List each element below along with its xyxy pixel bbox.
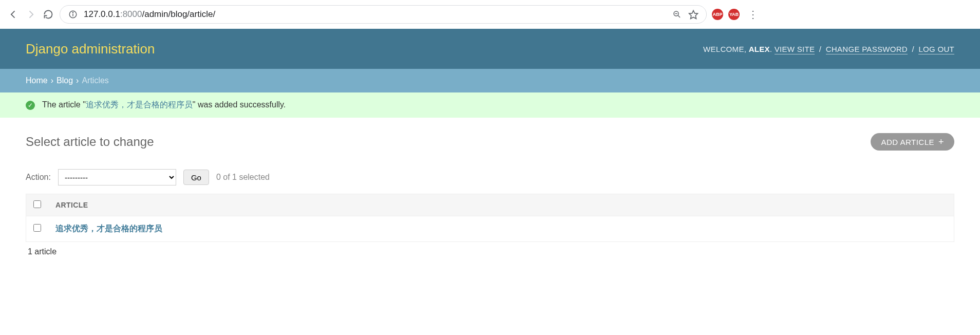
url-host: 127.0.0.1 bbox=[84, 9, 120, 19]
browser-toolbar: 127.0.0.1:8000/admin/blog/article/ ABP Y… bbox=[0, 0, 980, 29]
zoom-icon[interactable] bbox=[671, 9, 683, 20]
view-site-link[interactable]: VIEW SITE bbox=[775, 45, 815, 54]
content-header: Select article to change ADD ARTICLE + bbox=[26, 133, 954, 151]
yab-extension-icon[interactable]: YAB bbox=[728, 9, 740, 20]
username: ALEX bbox=[749, 45, 770, 53]
message-text: The article "追求优秀，才是合格的程序员" was added su… bbox=[42, 100, 286, 110]
back-button[interactable] bbox=[7, 8, 20, 21]
results-table: ARTICLE 追求优秀，才是合格的程序员 bbox=[26, 194, 954, 242]
svg-marker-6 bbox=[689, 11, 698, 19]
item-count: 1 article bbox=[28, 247, 56, 256]
logout-link[interactable]: LOG OUT bbox=[918, 45, 954, 54]
row-title-cell: 追求优秀，才是合格的程序员 bbox=[48, 216, 954, 242]
message-prefix: The article " bbox=[42, 100, 86, 109]
row-checkbox-cell bbox=[26, 216, 49, 242]
abp-extension-icon[interactable]: ABP bbox=[712, 9, 723, 20]
forward-button[interactable] bbox=[25, 8, 37, 21]
breadcrumb: Home › Blog › Articles bbox=[0, 69, 980, 92]
table-header-row: ARTICLE bbox=[26, 194, 954, 216]
article-link[interactable]: 追求优秀，才是合格的程序员 bbox=[55, 224, 162, 233]
action-select[interactable]: --------- bbox=[58, 169, 176, 185]
content: Select article to change ADD ARTICLE + A… bbox=[0, 118, 980, 277]
add-article-button[interactable]: ADD ARTICLE + bbox=[871, 133, 954, 151]
url-text: 127.0.0.1:8000/admin/blog/article/ bbox=[84, 9, 666, 20]
user-tools: WELCOME, ALEX. VIEW SITE / CHANGE PASSWO… bbox=[703, 45, 954, 53]
selection-count: 0 of 1 selected bbox=[216, 173, 270, 182]
go-button[interactable]: Go bbox=[183, 170, 209, 185]
url-port: :8000 bbox=[120, 9, 142, 19]
welcome-text: WELCOME, bbox=[703, 45, 749, 53]
actions-bar: Action: --------- Go 0 of 1 selected bbox=[26, 169, 954, 185]
site-title[interactable]: Django administration bbox=[26, 41, 155, 57]
breadcrumb-separator: › bbox=[51, 76, 53, 85]
success-message: ✓ The article "追求优秀，才是合格的程序员" was added … bbox=[0, 92, 980, 118]
add-article-label: ADD ARTICLE bbox=[881, 138, 934, 146]
reload-button[interactable] bbox=[42, 8, 54, 21]
select-all-header bbox=[26, 194, 49, 216]
plus-icon: + bbox=[938, 137, 944, 146]
breadcrumb-blog[interactable]: Blog bbox=[56, 76, 73, 85]
svg-point-2 bbox=[72, 12, 73, 13]
separator: / bbox=[819, 45, 821, 53]
url-path: /admin/blog/article/ bbox=[142, 9, 215, 19]
action-label: Action: bbox=[26, 173, 51, 182]
breadcrumb-home[interactable]: Home bbox=[26, 76, 48, 85]
message-object-link[interactable]: 追求优秀，才是合格的程序员 bbox=[86, 100, 193, 109]
admin-header: Django administration WELCOME, ALEX. VIE… bbox=[0, 29, 980, 69]
bookmark-star-icon[interactable] bbox=[688, 9, 699, 20]
info-icon[interactable] bbox=[67, 9, 79, 20]
page-title: Select article to change bbox=[26, 135, 154, 149]
svg-line-4 bbox=[678, 15, 680, 17]
paginator: 1 article bbox=[26, 242, 954, 262]
breadcrumb-separator: › bbox=[76, 76, 79, 85]
row-checkbox[interactable] bbox=[33, 224, 41, 232]
separator: / bbox=[912, 45, 914, 53]
column-header-article[interactable]: ARTICLE bbox=[48, 194, 954, 216]
change-password-link[interactable]: CHANGE PASSWORD bbox=[826, 45, 908, 54]
breadcrumb-current: Articles bbox=[82, 76, 108, 85]
table-row: 追求优秀，才是合格的程序员 bbox=[26, 216, 954, 242]
select-all-checkbox[interactable] bbox=[33, 200, 41, 208]
url-bar[interactable]: 127.0.0.1:8000/admin/blog/article/ bbox=[60, 5, 707, 24]
success-check-icon: ✓ bbox=[26, 101, 35, 110]
browser-menu-icon[interactable]: ⋮ bbox=[745, 8, 761, 21]
message-suffix: " was added successfully. bbox=[193, 100, 286, 109]
